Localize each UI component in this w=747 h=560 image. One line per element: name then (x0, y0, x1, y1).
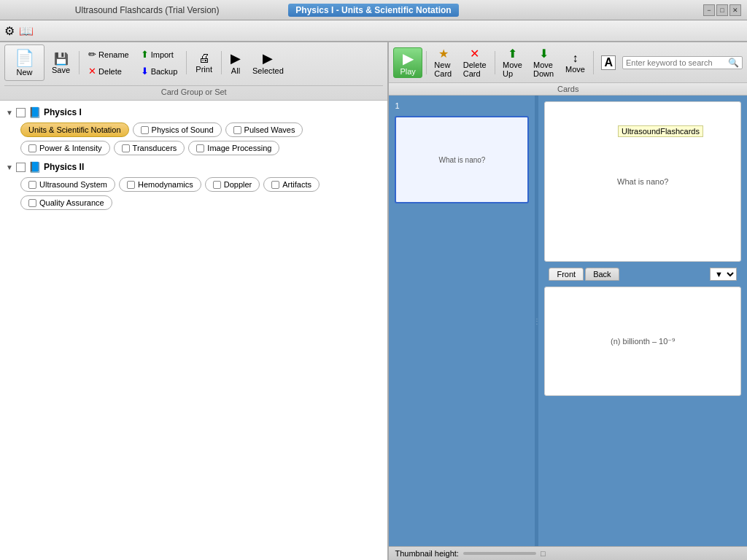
tag-us-check[interactable] (28, 181, 36, 189)
rename-button[interactable]: ✏ Rename (84, 47, 133, 62)
right-panel: ▶ Play ★ New Card ✕ Delete Card ⬆ Move U… (389, 42, 747, 560)
backup-button[interactable]: ⬇ Backup (136, 63, 182, 79)
tag-hemodynamics[interactable]: Hemodynamics (119, 177, 201, 192)
play-icon: ▶ (403, 50, 414, 67)
maximize-button[interactable]: □ (716, 4, 728, 16)
tag-units[interactable]: Units & Scientific Notation (20, 122, 129, 137)
tag-transducers-check[interactable] (122, 144, 130, 152)
left-panel: 📄 New 💾 Save ✏ Rename ✕ Delete (0, 42, 389, 560)
tag-transducers[interactable]: Transducers (114, 141, 185, 155)
right-sep2 (495, 51, 495, 74)
move-up-button[interactable]: ⬆ Move Up (498, 44, 527, 80)
font-icon: A (601, 55, 616, 70)
gear-icon[interactable]: ⚙ (4, 24, 15, 38)
physics-ii-checkbox[interactable] (16, 163, 26, 172)
physics-i-label: Physics I (44, 107, 82, 117)
card-thumb-1[interactable]: What is nano? (395, 116, 529, 203)
tag-doppler[interactable]: Doppler (205, 177, 260, 192)
physics-i-arrow: ▼ (6, 109, 13, 117)
play-button[interactable]: ▶ Play (393, 47, 422, 78)
tag-doppler-check[interactable] (213, 181, 221, 189)
right-sep3 (593, 51, 594, 74)
new-button[interactable]: 📄 New (4, 44, 44, 81)
tag-transducers-label: Transducers (133, 144, 177, 152)
print-button[interactable]: 🖨 Print (191, 50, 217, 76)
physics-i-header[interactable]: ▼ 📘 Physics I (6, 106, 382, 118)
move-icon: ↕ (572, 52, 578, 65)
physics-i-icon: 📘 (28, 106, 41, 118)
tag-quality-assurance[interactable]: Quality Assurance (20, 195, 112, 210)
physics-ii-group: ▼ 📘 Physics II Ultrasound System Hemodyn… (6, 161, 382, 210)
tag-qa-check[interactable] (28, 199, 36, 207)
active-tab: Physics I - Units & Scientific Notation (288, 4, 458, 17)
tag-image-label: Image Processing (207, 144, 271, 152)
tag-image-processing[interactable]: Image Processing (188, 141, 279, 155)
physics-ii-header[interactable]: ▼ 📘 Physics II (6, 161, 382, 173)
thumbnail-slider-end: □ (541, 549, 546, 558)
title-bar: Ultrasound Flashcards (Trial Version) Ph… (0, 0, 747, 20)
card-front-text: What is nano? (617, 177, 668, 186)
save-icon: 💾 (54, 52, 69, 66)
physics-ii-tags: Ultrasound System Hemodynamics Doppler (6, 177, 382, 210)
card-number-1: 1 (395, 101, 529, 110)
tag-power-check[interactable] (28, 144, 36, 152)
print-icon: 🖨 (198, 52, 210, 65)
new-icon: 📄 (15, 49, 34, 68)
right-toolbar: ▶ Play ★ New Card ✕ Delete Card ⬆ Move U… (389, 42, 747, 83)
thumbnail-label: Thumbnail height: (395, 549, 458, 558)
font-button[interactable]: A (597, 53, 620, 72)
left-group-label: Card Group or Set (4, 85, 383, 98)
tag-units-label: Units & Scientific Notation (28, 125, 121, 134)
search-icon[interactable]: 🔍 (728, 58, 739, 68)
front-tab[interactable]: Front (549, 268, 584, 281)
minimize-button[interactable]: − (703, 4, 715, 16)
tag-doppler-label: Doppler (224, 180, 252, 189)
move-up-icon: ⬆ (508, 47, 517, 61)
delete-icon: ✕ (88, 66, 96, 77)
left-content: ▼ 📘 Physics I Units & Scientific Notatio… (0, 101, 387, 560)
save-button[interactable]: 💾 Save (47, 50, 74, 77)
tag-pulsed-waves[interactable]: Pulsed Waves (225, 122, 303, 137)
separator3 (221, 51, 222, 74)
card-back-preview: (n) billionth – 10⁻⁹ (544, 287, 741, 396)
move-button[interactable]: ↕ Move (561, 50, 589, 76)
tag-qa-label: Quality Assurance (39, 198, 104, 207)
tag-image-check[interactable] (196, 144, 204, 152)
cards-area: 1 What is nano? ⋮ What is nano? (389, 96, 747, 546)
left-toolbar: 📄 New 💾 Save ✏ Rename ✕ Delete (0, 42, 387, 101)
tag-artifacts-check[interactable] (271, 181, 279, 189)
new-card-button[interactable]: ★ New Card (430, 44, 456, 80)
delete-card-button[interactable]: ✕ Delete Card (459, 44, 491, 80)
physics-i-checkbox[interactable] (16, 108, 26, 117)
book-icon[interactable]: 📖 (19, 24, 34, 38)
front-back-tabs: Front Back ▼ (544, 266, 741, 282)
tag-physics-sound[interactable]: Physics of Sound (133, 122, 222, 137)
selected-button[interactable]: ▶ Selected (248, 48, 288, 77)
tag-pulsed-waves-check[interactable] (233, 126, 241, 134)
move-down-button[interactable]: ⬇ Move Down (529, 44, 559, 80)
search-input[interactable] (626, 58, 728, 67)
import-icon: ⬆ (141, 49, 149, 60)
card-back-text: (n) billionth – 10⁻⁹ (611, 337, 675, 346)
all-button[interactable]: ▶ All (226, 48, 245, 77)
tag-ultrasound-system[interactable]: Ultrasound System (20, 177, 115, 192)
tag-power-intensity[interactable]: Power & Intensity (20, 141, 110, 155)
tag-artifacts[interactable]: Artifacts (263, 177, 320, 192)
delete-button[interactable]: ✕ Delete (84, 63, 133, 79)
import-button[interactable]: ⬆ Import (136, 47, 182, 62)
tag-power-label: Power & Intensity (39, 144, 102, 152)
tag-pulsed-waves-label: Pulsed Waves (244, 125, 295, 134)
tag-physics-sound-check[interactable] (141, 126, 149, 134)
card-1-front-text: What is nano? (438, 156, 485, 164)
app-title: Ultrasound Flashcards (Trial Version) (6, 5, 288, 15)
tag-hemo-check[interactable] (127, 181, 135, 189)
tag-physics-sound-label: Physics of Sound (152, 125, 214, 134)
settings-row: ⚙ 📖 (0, 20, 747, 42)
new-card-icon: ★ (438, 47, 449, 61)
back-tab[interactable]: Back (585, 268, 619, 281)
close-button[interactable]: ✕ (729, 4, 741, 16)
tag-us-label: Ultrasound System (39, 180, 107, 189)
thumbnail-slider[interactable] (463, 552, 536, 555)
physics-ii-arrow: ▼ (6, 163, 13, 171)
card-select[interactable]: ▼ (710, 268, 737, 281)
